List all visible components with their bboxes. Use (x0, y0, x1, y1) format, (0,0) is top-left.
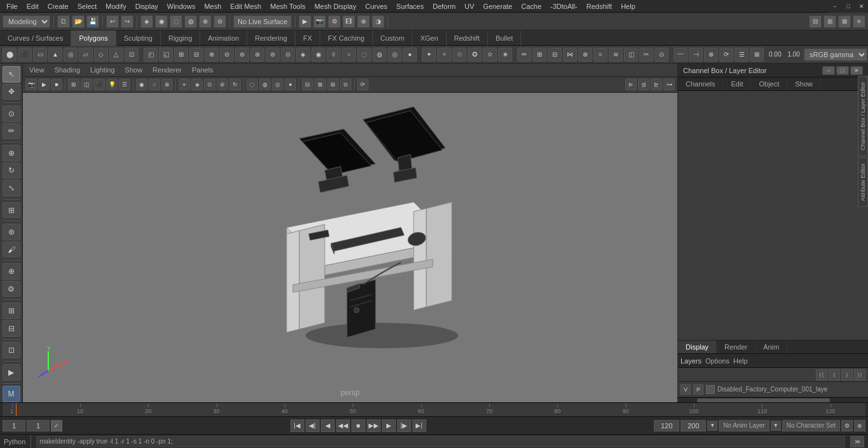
timeline-ruler[interactable]: 1102030405060708090100110120 (3, 403, 865, 417)
scale-tool[interactable]: ⤡ (3, 180, 20, 196)
vp-snap3[interactable]: ⊙ (204, 79, 215, 90)
play-back-btn[interactable]: ◀◀ (336, 419, 350, 432)
select-btn2[interactable]: ◉ (155, 15, 168, 28)
vp-isolate-btn[interactable]: ⊕ (161, 79, 173, 90)
colorspace-select[interactable]: sRGB gamma (804, 48, 867, 61)
menu-help[interactable]: Help (617, 0, 639, 13)
vp-extra13[interactable]: ⊶ (663, 79, 675, 90)
render-tab[interactable]: Render (717, 341, 756, 353)
menu-redshift[interactable]: Redshift (583, 0, 616, 13)
char-set-btn1[interactable]: ⚙ (841, 420, 853, 431)
layers-scrollbar[interactable] (678, 397, 868, 402)
layer-playback-btn[interactable]: P (693, 384, 703, 395)
play-fwd-btn[interactable]: ▶▶ (367, 419, 381, 432)
tab-polygons[interactable]: Polygons (71, 31, 116, 46)
menu-mesh-tools[interactable]: Mesh Tools (266, 0, 309, 13)
tab-rendering[interactable]: Rendering (247, 31, 295, 46)
rotate-tool[interactable]: ↻ (3, 163, 20, 179)
vp-xray-btn[interactable]: ☰ (119, 79, 130, 90)
anim-layer-down-btn[interactable]: ▼ (707, 421, 717, 431)
save-file-btn[interactable]: 💾 (86, 15, 99, 28)
object-tab[interactable]: Object (751, 78, 787, 90)
command-line[interactable]: makeIdentity -apply true -t 1 -r 1 -s 1 … (36, 436, 845, 447)
show-menu[interactable]: Show (123, 66, 146, 74)
tool-btn10[interactable]: ⊝ (281, 48, 295, 62)
undo-btn[interactable]: ↩ (106, 15, 119, 28)
menu-edit-mesh[interactable]: Edit Mesh (226, 0, 265, 13)
tool-btn4[interactable]: ⊟ (189, 48, 203, 62)
artisan-btn[interactable]: 🖌 (3, 241, 20, 258)
select-btn5[interactable]: ⊕ (199, 15, 212, 28)
tool-btn3[interactable]: ⊞ (174, 48, 188, 62)
pipe-btn[interactable]: ⊡ (125, 48, 139, 62)
vp-select-none-btn[interactable]: ○ (149, 79, 160, 90)
prev-frame-btn[interactable]: ◀ (321, 419, 335, 432)
menu-edit[interactable]: Edit (23, 0, 43, 13)
render-settings-btn[interactable]: ⚙ (328, 15, 341, 28)
vp-snap4[interactable]: ⊚ (217, 79, 228, 90)
cube-btn[interactable]: ⬛ (18, 48, 32, 62)
vp-snap5[interactable]: ↻ (229, 79, 241, 90)
vp-extra7[interactable]: ⊞ (327, 79, 339, 90)
viewport-canvas[interactable]: X Y Z persp (23, 93, 677, 402)
extra-btn1[interactable]: ◑ (372, 15, 384, 28)
vp-extra5[interactable]: ⊟ (302, 79, 313, 90)
layout-btn1[interactable]: ⊟ (809, 15, 822, 28)
tab-rigging[interactable]: Rigging (161, 31, 200, 46)
cut-btn[interactable]: ✂ (639, 48, 653, 62)
go-start-btn[interactable]: |◀ (290, 419, 304, 432)
bridge-btn[interactable]: ⋈ (563, 48, 577, 62)
render-view-btn[interactable]: ▶ (3, 364, 20, 381)
mesh-tool5[interactable]: ✫ (483, 48, 497, 62)
bevel-btn[interactable]: ◫ (624, 48, 638, 62)
lighting-menu[interactable]: Lighting (88, 66, 118, 74)
menu-uv[interactable]: UV (461, 0, 478, 13)
maya-logo-btn[interactable]: M (3, 386, 20, 402)
render-seq-btn[interactable]: 🎞 (342, 15, 355, 28)
cylinder-btn[interactable]: ▭ (33, 48, 47, 62)
edit-tab[interactable]: Edit (723, 78, 751, 90)
vp-play-btn[interactable]: ▶ (38, 79, 50, 90)
tool-btn12[interactable]: ◉ (311, 48, 325, 62)
mesh-tool6[interactable]: ✬ (498, 48, 512, 62)
win-close-btn[interactable]: ✕ (855, 1, 868, 11)
tab-custom[interactable]: Custom (373, 31, 413, 46)
menu-deform[interactable]: Deform (429, 0, 459, 13)
tool-btn17[interactable]: ◎ (388, 48, 402, 62)
display-tab[interactable]: Display (678, 341, 717, 353)
menu-file[interactable]: File (3, 0, 22, 13)
redo-btn[interactable]: ↪ (121, 15, 133, 28)
layer-nav-right1[interactable]: ⟩ (841, 369, 853, 381)
move-tool[interactable]: ⊕ (3, 145, 20, 161)
tool-btn18[interactable]: ● (403, 48, 417, 62)
tab-redshift[interactable]: Redshift (447, 31, 488, 46)
tab-fx-caching[interactable]: FX Caching (320, 31, 372, 46)
history-btn[interactable]: ⊡ (3, 342, 20, 358)
go-end-btn[interactable]: ▶| (412, 419, 426, 432)
vp-wire-btn[interactable]: ◫ (81, 79, 92, 90)
tool-btn14[interactable]: ○ (342, 48, 356, 62)
pencil-btn[interactable]: ✏ (517, 48, 531, 62)
sym-btn[interactable]: ⊠ (750, 48, 764, 62)
check-btn[interactable]: ✓ (51, 420, 62, 431)
mesh-tool3[interactable]: ✩ (452, 48, 466, 62)
menu-display[interactable]: Display (132, 0, 162, 13)
select-tool[interactable]: ↖ (3, 66, 20, 83)
tab-curves-surfaces[interactable]: Curves / Surfaces (0, 31, 71, 46)
select-btn1[interactable]: ◈ (140, 15, 153, 28)
mesh-tool1[interactable]: ✦ (422, 48, 436, 62)
paint-tool[interactable]: ✏ (3, 123, 20, 140)
vp-extra8[interactable]: ⊝ (340, 79, 351, 90)
menu-cache[interactable]: Cache (517, 0, 545, 13)
renderer-menu[interactable]: Renderer (150, 66, 184, 74)
right-panel-minimize-btn[interactable]: − (822, 66, 835, 75)
win-minimize-btn[interactable]: − (829, 1, 841, 11)
contract-tool-btn[interactable]: ⊟ (3, 320, 20, 337)
smooth-btn[interactable]: 〰 (674, 48, 688, 62)
tool-btn13[interactable]: ◊ (327, 48, 341, 62)
right-panel-close-btn[interactable]: ✕ (850, 66, 863, 75)
channels-tab[interactable]: Channels (678, 78, 723, 90)
tool-btn11[interactable]: ◈ (296, 48, 310, 62)
tool-btn5[interactable]: ⊕ (205, 48, 219, 62)
next-key-btn[interactable]: |▶ (397, 419, 411, 432)
